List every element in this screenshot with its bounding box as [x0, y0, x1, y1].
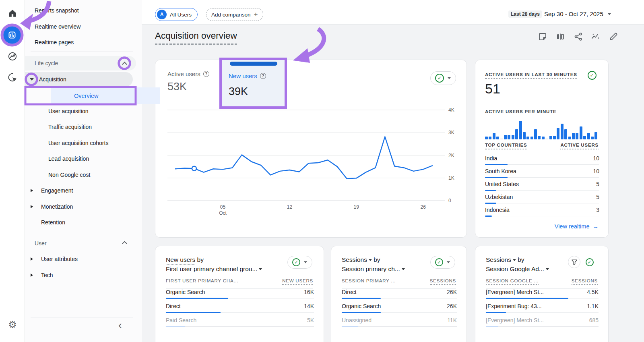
card-title[interactable]: Sessions by Session Google Ad...: [486, 255, 549, 274]
nav-lead-acquisition[interactable]: Lead acquisition: [48, 155, 89, 162]
row-value-bar: [166, 312, 221, 313]
table-column-headers: SESSION GOOGLE ... SESSIONS: [486, 278, 598, 289]
help-icon[interactable]: ?: [203, 71, 209, 77]
dimension-column-header[interactable]: SESSION GOOGLE ...: [486, 278, 539, 285]
metric-active-users[interactable]: Active users ? 53K: [167, 70, 209, 93]
nav-realtime-overview[interactable]: Realtime overview: [35, 23, 80, 30]
table-row[interactable]: United States5: [485, 181, 599, 194]
comparison-icon[interactable]: [555, 32, 565, 41]
add-comparison-label: Add comparison: [211, 12, 251, 18]
nav-item-acquisition[interactable]: Acquisition: [25, 72, 133, 87]
nav-section-life-cycle[interactable]: Life cycle: [25, 56, 136, 70]
nav-section-user[interactable]: User: [35, 240, 47, 247]
insights-icon[interactable]: [591, 32, 601, 41]
reports-icon[interactable]: [3, 26, 21, 44]
nav-item-overview-selected[interactable]: Overview: [51, 87, 160, 104]
nav-traffic-acquisition[interactable]: Traffic acquisition: [48, 124, 92, 130]
metric-column-header[interactable]: SESSIONS: [430, 278, 456, 285]
explore-icon[interactable]: [6, 50, 19, 63]
advertising-icon[interactable]: [6, 71, 19, 84]
metric-new-users-selected[interactable]: New users ? 39K: [221, 60, 286, 108]
nav-realtime-pages[interactable]: Realtime pages: [35, 39, 74, 46]
minute-bar: [523, 132, 526, 139]
metric-column-header[interactable]: NEW USERS: [282, 278, 313, 285]
collapse-nav-chevron-left[interactable]: ‹: [118, 320, 122, 330]
notes-icon[interactable]: [538, 32, 547, 41]
caret-right-icon[interactable]: [31, 274, 33, 277]
minute-bar: [561, 124, 564, 139]
data-quality-dropdown[interactable]: ✓: [287, 256, 312, 269]
table-row[interactable]: Direct26K: [342, 289, 457, 303]
add-comparison-button[interactable]: Add comparison +: [206, 8, 263, 21]
card-title[interactable]: Sessions by Session primary ch...: [342, 255, 405, 274]
minute-bar: [530, 137, 533, 139]
help-icon[interactable]: ?: [260, 73, 266, 79]
table-row[interactable]: Indonesia3: [485, 207, 599, 220]
nav-divider: [31, 233, 133, 233]
date-range-label: Sep 30 - Oct 27, 2025: [544, 10, 603, 17]
table-row[interactable]: Organic Search16K: [166, 289, 314, 303]
chevron-up-icon[interactable]: [122, 62, 127, 67]
chevron-up-icon[interactable]: [122, 241, 127, 246]
nav-monetization[interactable]: Monetization: [41, 203, 73, 210]
caret-right-icon[interactable]: [31, 189, 33, 192]
table-row[interactable]: [Experiment Bug: 43...1.1K: [486, 303, 599, 317]
data-quality-dropdown[interactable]: ✓: [430, 71, 456, 85]
row-label: Organic Search: [342, 303, 381, 309]
nav-engagement[interactable]: Engagement: [41, 187, 73, 194]
nav-divider: [31, 317, 133, 317]
nav-item-label: Acquisition: [39, 76, 66, 83]
nav-tech[interactable]: Tech: [41, 272, 53, 278]
metric-column-header[interactable]: SESSIONS: [572, 278, 598, 285]
table-row[interactable]: Direct14K: [166, 303, 314, 317]
data-quality-dropdown[interactable]: ✓: [430, 256, 455, 269]
minute-bar: [508, 135, 510, 140]
active-users-per-minute-bar-chart[interactable]: [485, 120, 600, 139]
table-row[interactable]: Unassigned11K: [342, 317, 457, 331]
caret-right-icon[interactable]: [31, 257, 33, 261]
table-row[interactable]: India10: [485, 155, 599, 168]
table-row[interactable]: Uzbekistan5: [485, 194, 599, 207]
minute-bar: [538, 136, 541, 139]
table-row[interactable]: Paid Search5K: [166, 317, 314, 331]
table-row[interactable]: [Evergreen] Merch St...685: [486, 317, 599, 331]
nav-item-label: Engagement: [41, 187, 73, 194]
date-range-picker[interactable]: Sep 30 - Oct 27, 2025: [544, 10, 611, 17]
table-row[interactable]: Organic Search26K: [342, 303, 457, 317]
settings-gear-icon[interactable]: ⚙: [6, 318, 19, 331]
share-icon[interactable]: [574, 32, 583, 41]
minute-bar: [591, 137, 594, 139]
dimension-selector[interactable]: First user primary channel grou...: [166, 265, 257, 272]
metric-selector[interactable]: Sessions: [486, 256, 511, 263]
dimension-column-header: SESSION PRIMARY ...: [342, 278, 396, 285]
view-realtime-link[interactable]: View realtime →: [555, 223, 599, 230]
caret-down-icon[interactable]: [30, 78, 34, 81]
caret-right-icon[interactable]: [31, 205, 33, 208]
data-quality-icon[interactable]: ✓: [586, 69, 598, 81]
nav-reports-snapshot[interactable]: Reports snapshot: [35, 7, 79, 14]
minute-bar: [500, 139, 503, 139]
card-title[interactable]: New users by First user primary channel …: [166, 255, 262, 274]
per-minute-label: ACTIVE USERS PER MINUTE: [485, 109, 557, 114]
minute-bar: [504, 135, 507, 140]
nav-divider: [31, 52, 133, 52]
users-line-chart[interactable]: [167, 108, 445, 201]
data-quality-check-icon: ✓: [435, 258, 443, 266]
nav-retention[interactable]: Retention: [41, 219, 65, 226]
nav-user-acquisition[interactable]: User acquisition: [48, 108, 89, 114]
home-icon[interactable]: [6, 7, 19, 20]
data-quality-icon[interactable]: ✓: [583, 256, 596, 268]
nav-user-acquisition-cohorts[interactable]: User acquisition cohorts: [48, 140, 108, 146]
table-row[interactable]: South Korea10: [485, 168, 599, 181]
row-value: 1.1K: [587, 303, 599, 309]
dimension-selector[interactable]: Session primary ch...: [342, 265, 400, 272]
nav-non-google-cost[interactable]: Non Google cost: [48, 172, 90, 178]
filter-funnel-icon[interactable]: [568, 256, 580, 268]
metric-selector[interactable]: Sessions: [342, 256, 367, 263]
edit-icon[interactable]: [609, 32, 618, 41]
dimension-selector[interactable]: Session Google Ad...: [486, 265, 544, 272]
nav-user-attributes[interactable]: User attributes: [41, 256, 78, 262]
segment-chip-all-users[interactable]: A All Users: [155, 8, 198, 21]
data-quality-check-icon: ✓: [435, 74, 444, 83]
table-row[interactable]: [Evergreen] Merch St...4.5K: [486, 289, 599, 303]
